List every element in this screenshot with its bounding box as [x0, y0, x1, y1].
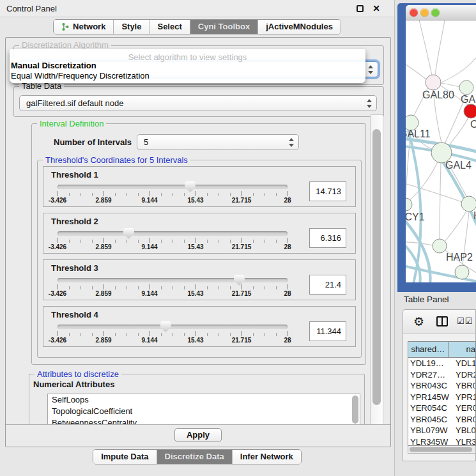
vertical-scrollbar[interactable] [370, 114, 383, 445]
slider-ticks [58, 238, 288, 243]
network-edge[interactable] [406, 60, 426, 79]
tick-label: -3.426 [49, 197, 66, 204]
numerical-attributes-list[interactable]: SelfLoopsTopologicalCoefficientBetweenne… [47, 394, 360, 424]
columns-icon[interactable] [436, 316, 448, 326]
tab-select[interactable]: Select [150, 20, 190, 34]
tick-label: 15.43 [187, 337, 203, 344]
network-canvas[interactable]: GAL80GACGAL11GAL4GCY1HHAP2 [406, 20, 476, 282]
horizontal-scrollbar-thumb[interactable] [410, 447, 472, 452]
cell-name: YDL1 [451, 358, 475, 369]
tick-label: -3.426 [49, 337, 66, 344]
tick-label: 2.859 [95, 337, 111, 344]
network-node[interactable] [461, 196, 476, 211]
network-node[interactable] [455, 265, 469, 279]
network-edge[interactable] [406, 181, 462, 202]
minimize-traffic-light-icon[interactable] [420, 8, 429, 17]
tick-label: 21.715 [232, 243, 252, 250]
list-item[interactable]: BetweennessCentrality [48, 417, 360, 424]
network-node[interactable] [459, 81, 473, 95]
tick-label: 15.43 [187, 243, 203, 250]
vertical-scrollbar-thumb[interactable] [372, 129, 381, 405]
node-table: shared… na YDL19…YDL1YDR27…YDR2YBR043CYB… [408, 341, 476, 446]
threshold-slider[interactable]: -3.4262.8599.14415.4321.71528 [58, 275, 289, 300]
checkboxes-icon[interactable]: ☑☑ [457, 316, 473, 326]
threshold-slider[interactable]: -3.4262.8599.14415.4321.71528 [58, 321, 289, 347]
table-row[interactable]: YLR345WYLR3 [408, 436, 475, 447]
table-panel: ⚙ ☑☑ shared… na YDL19…YDL1YDR27…YDR2YBR0… [403, 309, 476, 461]
table-row[interactable]: YBR045CYBR0 [408, 414, 475, 426]
network-edge[interactable] [441, 58, 476, 82]
tab-label: Impute Data [101, 452, 148, 461]
slider-track[interactable] [58, 325, 288, 329]
slider-ticks [58, 331, 288, 336]
popup-item[interactable]: Manual Discretization [10, 61, 365, 71]
node-label: GAL11 [406, 128, 431, 139]
gear-icon[interactable]: ⚙ [413, 314, 424, 329]
tick-label: 9.144 [141, 337, 157, 344]
threshold-panel: Threshold 2-3.4262.8599.14415.4321.71528… [43, 213, 356, 254]
tick-label: 9.144 [141, 243, 157, 250]
numerical-attributes-label: Numerical Attributes [33, 380, 114, 389]
table-row[interactable]: YDR27…YDR2 [408, 369, 475, 381]
tick-label: 28 [284, 337, 291, 344]
slider-track[interactable] [58, 231, 288, 236]
network-edge[interactable] [435, 20, 445, 75]
network-edge[interactable] [440, 163, 441, 239]
table-data-combo[interactable]: galFiltered.sif default node [19, 95, 377, 111]
network-edge[interactable] [441, 83, 459, 87]
threshold-slider[interactable]: -3.4262.8599.14415.4321.71528 [58, 228, 289, 254]
column-header-name[interactable]: na [449, 342, 475, 357]
group-title-interval-definition: Interval Definition [37, 119, 106, 128]
apply-button[interactable]: Apply [174, 428, 222, 442]
network-node[interactable] [464, 104, 476, 118]
zoom-traffic-light-icon[interactable] [431, 8, 440, 17]
settings-scroll-region: Interval Definition Number of Intervals … [8, 116, 370, 424]
threshold-value-field[interactable]: 21.4 [309, 275, 346, 295]
tab-jactivemnodules[interactable]: jActiveMNodules [258, 20, 341, 34]
node-label: GAL4 [445, 160, 472, 171]
column-header-shared-name[interactable]: shared… [408, 342, 449, 357]
close-traffic-light-icon[interactable] [410, 8, 418, 17]
node-label: H [473, 210, 476, 221]
network-node[interactable] [406, 198, 412, 211]
number-of-intervals-row: Number of Intervals 5 [32, 134, 365, 151]
network-edge-thick[interactable] [443, 162, 476, 229]
network-edge[interactable] [445, 211, 466, 241]
list-item[interactable]: TopologicalCoefficient [48, 406, 360, 417]
cell-name: YBR0 [451, 414, 475, 426]
list-item[interactable]: SelfLoops [48, 394, 360, 406]
tab-style[interactable]: Style [114, 20, 150, 34]
horizontal-scrollbar[interactable] [408, 446, 476, 454]
threshold-value-field[interactable]: 6.316 [309, 228, 346, 248]
table-row[interactable]: YER054CYER0 [408, 403, 475, 414]
network-node[interactable] [433, 239, 447, 253]
network-edge[interactable] [408, 162, 438, 201]
threshold-value-field[interactable]: 11.344 [309, 321, 346, 341]
node-label: GAL80 [422, 89, 454, 100]
popup-item[interactable]: Equal Width/Frequency Discretization [10, 71, 365, 81]
number-of-intervals-combo[interactable]: 5 [137, 134, 299, 150]
apply-strip: Apply [6, 424, 390, 445]
tab-discretize-data[interactable]: Discretize Data [157, 450, 233, 464]
network-node[interactable] [426, 75, 441, 90]
tick-label: 28 [284, 290, 291, 297]
table-row[interactable]: YDL19…YDL1 [408, 358, 475, 369]
tab-network[interactable]: Network [54, 20, 114, 34]
network-edge[interactable] [418, 20, 432, 75]
tab-infer-network[interactable]: Infer Network [233, 450, 301, 464]
table-row[interactable]: YPR145WYPR1 [408, 392, 475, 403]
slider-track[interactable] [58, 185, 288, 189]
tab-cyni-toolbox[interactable]: Cyni Toolbox [190, 20, 258, 34]
slider-track[interactable] [58, 278, 288, 282]
tick-label: -3.426 [49, 243, 66, 250]
tab-impute-data[interactable]: Impute Data [93, 450, 157, 464]
float-icon[interactable] [357, 5, 364, 12]
list-scrollbar-thumb[interactable] [352, 395, 358, 424]
group-title-table-data: Table Data [19, 82, 64, 91]
close-icon[interactable]: ✕ [372, 3, 380, 13]
threshold-value-field[interactable]: 14.713 [309, 181, 346, 201]
table-row[interactable]: YBL079WYBL0 [408, 425, 475, 436]
threshold-slider[interactable]: -3.4262.8599.14415.4321.71528 [58, 181, 289, 207]
threshold-label: Threshold 2 [51, 217, 350, 226]
table-row[interactable]: YBR043CYBR0 [408, 380, 475, 392]
